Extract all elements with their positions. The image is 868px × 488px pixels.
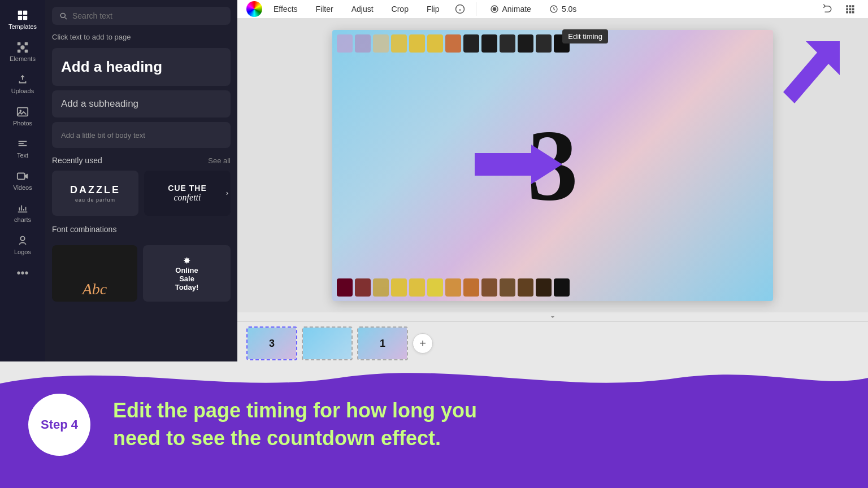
film-hole (481, 34, 497, 53)
add-heading-option[interactable]: Add a heading (52, 48, 231, 86)
step-label: Step 4 (41, 417, 78, 432)
film-hole-b (337, 278, 353, 297)
grid-button[interactable] (841, 0, 859, 18)
svg-rect-0 (18, 11, 22, 15)
dazzle-text: DAZZLE (70, 184, 120, 196)
see-all-button[interactable]: See all (208, 156, 231, 165)
add-subheading-option[interactable]: Add a subheading (52, 90, 231, 117)
recently-used-header: Recently used See all (52, 156, 231, 165)
film-hole-b (481, 278, 497, 297)
more-dots-icon: ••• (16, 267, 28, 280)
film-hole (373, 34, 389, 53)
flip-button[interactable]: Flip (420, 1, 446, 17)
sidebar-item-label-photos: Photos (13, 120, 32, 127)
thumbnail-num-1: 3 (269, 338, 275, 350)
svg-rect-3 (23, 16, 27, 20)
crop-button[interactable]: Crop (385, 1, 415, 17)
search-icon (59, 11, 68, 20)
sidebar-item-logos[interactable]: Logos (3, 230, 42, 260)
film-hole-b (409, 278, 425, 297)
film-hole-b (554, 278, 570, 297)
sidebar-item-more[interactable]: ••• (3, 262, 42, 284)
online-sale-content: ✸ Online Sale Today! (175, 255, 199, 291)
film-strip-top (332, 30, 773, 57)
search-bar[interactable] (52, 7, 231, 25)
svg-point-4 (20, 45, 24, 49)
svg-rect-1 (23, 11, 27, 15)
animate-button[interactable]: Animate (483, 1, 538, 17)
film-hole (427, 34, 443, 53)
info-button[interactable] (451, 0, 469, 18)
confetti-arrow-icon: › (226, 189, 228, 197)
filter-button[interactable]: Filter (309, 1, 340, 17)
sidebar-item-uploads[interactable]: Uploads (3, 69, 42, 99)
adjust-button[interactable]: Adjust (345, 1, 380, 17)
font-combinations-title: Font combinations (52, 225, 116, 234)
timing-button[interactable]: 5.0s (542, 1, 583, 17)
click-hint: Click text to add to page (52, 33, 231, 41)
thumbnail-bg-2 (303, 328, 351, 359)
sidebar-item-videos[interactable]: Videos (3, 165, 42, 195)
search-input[interactable] (72, 11, 224, 20)
color-orb[interactable] (246, 1, 262, 17)
sidebar-item-charts[interactable]: charts (3, 198, 42, 228)
recent-item-confetti[interactable]: CUE THE confetti › (144, 171, 231, 216)
film-hole-b (463, 278, 479, 297)
sidebar-item-photos[interactable]: Photos (3, 101, 42, 131)
film-hole-b (500, 278, 515, 297)
film-strip-bottom (332, 274, 773, 301)
svg-rect-20 (849, 5, 852, 7)
svg-rect-9 (18, 108, 28, 116)
font-combinations-header: Font combinations (52, 225, 231, 239)
collapse-handle[interactable] (237, 312, 868, 321)
svg-rect-11 (18, 173, 25, 180)
sidebar-item-label-logos: Logos (14, 249, 31, 255)
film-hole (463, 34, 479, 53)
thumbnails-bar: 3 1 + (237, 321, 868, 365)
svg-point-10 (20, 110, 22, 112)
instruction-line-1: Edit the page timing for how long you (113, 397, 477, 425)
toolbar: Effects Filter Adjust Crop Flip Animate … (237, 0, 868, 19)
toolbar-divider (476, 2, 476, 16)
wave-decoration (0, 361, 868, 395)
recent-item-dazzle[interactable]: DAZZLE eau de parfum (52, 171, 138, 216)
recently-used-title: Recently used (52, 156, 102, 165)
recently-used-items: DAZZLE eau de parfum CUE THE confetti › (52, 171, 231, 216)
effects-button[interactable]: Effects (267, 1, 305, 17)
bottom-instruction: Edit the page timing for how long you ne… (113, 397, 477, 452)
film-hole (409, 34, 425, 53)
svg-point-17 (493, 7, 496, 10)
svg-rect-25 (846, 11, 848, 14)
timing-value: 5.0s (562, 5, 576, 14)
sidebar-item-label-text: Text (17, 152, 28, 159)
thumbnail-num-3: 1 (380, 338, 385, 350)
thumbnail-2[interactable] (302, 326, 353, 360)
thumbnail-3[interactable]: 1 (357, 326, 408, 360)
sidebar-item-text[interactable]: Text (3, 133, 42, 163)
sidebar-item-label-templates: Templates (8, 23, 37, 30)
add-body-option[interactable]: Add a little bit of body text (52, 122, 231, 148)
text-panel: Click text to add to page Add a heading … (45, 0, 237, 361)
film-hole (337, 34, 353, 53)
font-combo-online-sale[interactable]: ✸ Online Sale Today! (143, 245, 231, 302)
svg-rect-8 (25, 50, 28, 53)
edit-timing-tooltip: Edit timing (562, 29, 608, 43)
dazzle-sub: eau de parfum (75, 197, 115, 203)
script-text: Abc (83, 281, 107, 297)
film-hole-b (373, 278, 389, 297)
confetti-main-text: CUE THE (168, 184, 206, 193)
thumbnail-1[interactable]: 3 (246, 326, 297, 360)
film-hole (500, 34, 515, 53)
sidebar-item-label-charts: charts (14, 216, 31, 223)
svg-rect-21 (852, 5, 854, 7)
instruction-line-2: need to see the countdown effect. (113, 425, 477, 452)
add-page-button[interactable]: + (413, 333, 433, 354)
sidebar-item-elements[interactable]: Elements (3, 37, 42, 67)
font-combo-script[interactable]: Abc (52, 245, 137, 302)
canvas-area: 3 (237, 19, 868, 312)
undo-button[interactable] (818, 0, 836, 18)
svg-rect-6 (25, 42, 28, 46)
sidebar-item-templates[interactable]: Templates (3, 5, 42, 34)
svg-rect-22 (846, 8, 848, 11)
confetti-script-text: confetti (168, 193, 206, 203)
